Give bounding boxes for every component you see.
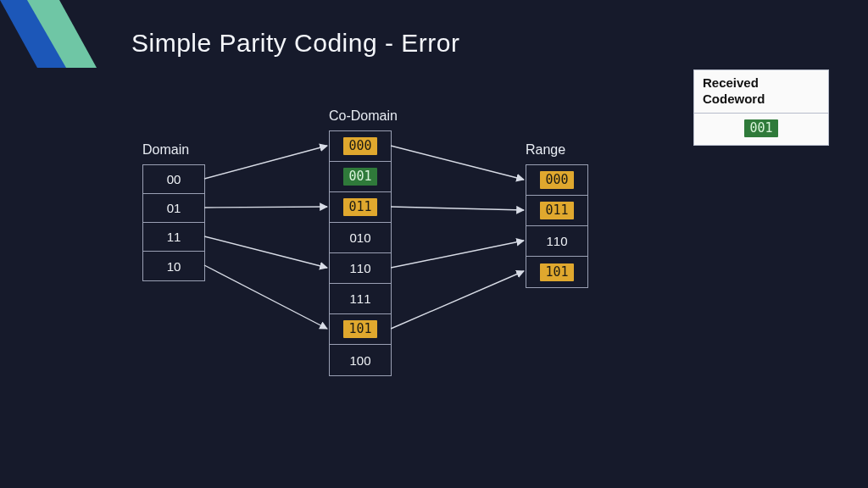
codomain-value: 000 bbox=[343, 137, 376, 155]
codomain-value: 010 bbox=[349, 230, 370, 245]
codomain-label: Co-Domain bbox=[329, 108, 398, 124]
arrow-d3-c6 bbox=[204, 265, 327, 329]
received-header: Received Codeword bbox=[694, 70, 828, 114]
range-value: 011 bbox=[540, 202, 573, 219]
codomain-value: 011 bbox=[343, 198, 376, 216]
domain-value: 00 bbox=[167, 172, 181, 186]
codomain-stack: 000 001 011 010 110 111 101 100 bbox=[329, 130, 392, 376]
range-cell: 110 bbox=[526, 226, 587, 257]
range-label: Range bbox=[526, 142, 565, 158]
domain-label: Domain bbox=[142, 142, 189, 158]
codomain-cell: 000 bbox=[330, 131, 391, 162]
arrow-d1-c2 bbox=[204, 207, 327, 208]
range-cell: 101 bbox=[526, 257, 587, 287]
range-value: 101 bbox=[540, 263, 573, 281]
arrow-c4-r2 bbox=[391, 241, 524, 268]
diagram-stage: Domain Co-Domain Range 00 01 11 10 000 0… bbox=[0, 0, 868, 488]
received-value-cell: 001 bbox=[694, 114, 828, 145]
domain-value: 11 bbox=[167, 230, 181, 244]
codomain-value: 110 bbox=[349, 261, 370, 275]
codomain-cell: 110 bbox=[330, 253, 391, 284]
range-value: 110 bbox=[546, 234, 567, 248]
codomain-cell: 010 bbox=[330, 223, 391, 253]
codomain-value: 001 bbox=[343, 168, 376, 186]
domain-cell: 01 bbox=[143, 194, 204, 223]
arrow-c6-r3 bbox=[391, 271, 524, 329]
received-value: 001 bbox=[744, 119, 777, 137]
codomain-value: 100 bbox=[349, 353, 370, 368]
received-codeword-box: Received Codeword 001 bbox=[693, 69, 829, 146]
range-value: 000 bbox=[540, 171, 573, 189]
range-cell: 000 bbox=[526, 165, 587, 196]
domain-cell: 00 bbox=[143, 165, 204, 194]
domain-stack: 00 01 11 10 bbox=[142, 164, 205, 281]
arrow-c2-r1 bbox=[391, 207, 524, 210]
codomain-value: 111 bbox=[349, 291, 370, 306]
range-cell: 011 bbox=[526, 196, 587, 226]
arrow-d2-c4 bbox=[204, 236, 327, 268]
arrow-c0-r0 bbox=[391, 146, 524, 180]
arrow-d0-c0 bbox=[204, 146, 327, 179]
domain-cell: 11 bbox=[143, 223, 204, 252]
codomain-cell: 100 bbox=[330, 345, 391, 375]
domain-value: 01 bbox=[167, 201, 181, 215]
domain-cell: 10 bbox=[143, 252, 204, 280]
domain-value: 10 bbox=[167, 259, 181, 274]
codomain-cell: 011 bbox=[330, 192, 391, 223]
range-stack: 000 011 110 101 bbox=[526, 164, 588, 288]
codomain-cell: 001 bbox=[330, 162, 391, 192]
codomain-cell: 101 bbox=[330, 314, 391, 345]
codomain-value: 101 bbox=[343, 320, 376, 338]
codomain-cell: 111 bbox=[330, 284, 391, 314]
